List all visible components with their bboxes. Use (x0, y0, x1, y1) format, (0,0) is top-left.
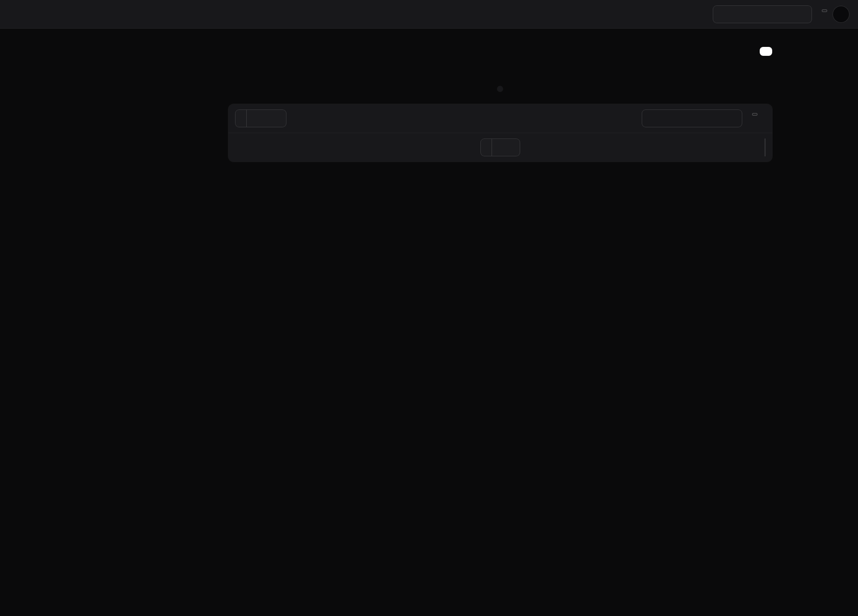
global-search (713, 6, 812, 23)
main-content (142, 29, 858, 178)
orders-table-card (228, 104, 772, 162)
group-by-label (236, 110, 247, 127)
per-page-control (481, 139, 520, 156)
user-avatar[interactable] (833, 6, 849, 22)
global-search-input[interactable] (723, 10, 806, 18)
topbar (0, 0, 858, 29)
sidebar (0, 29, 142, 178)
per-page-label (481, 139, 492, 156)
notification-count-badge (822, 9, 827, 12)
table-search (642, 110, 742, 127)
table-footer (228, 133, 772, 162)
group-by-select[interactable] (247, 110, 286, 127)
filter-count-badge (752, 113, 757, 116)
group-by-control (236, 110, 286, 127)
toggle-columns-button[interactable] (762, 117, 765, 120)
status-filter-tabs (497, 86, 503, 92)
table-search-input[interactable] (652, 114, 736, 122)
new-order-button[interactable] (760, 47, 772, 56)
table-toolbar (228, 104, 772, 133)
notifications-button[interactable] (821, 13, 823, 15)
filter-button[interactable] (751, 117, 753, 120)
per-page-select[interactable] (492, 139, 520, 156)
